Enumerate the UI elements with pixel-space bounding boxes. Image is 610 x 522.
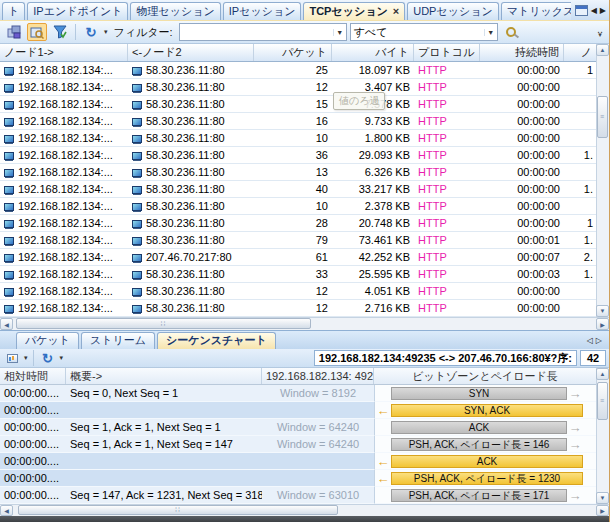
- detail-tab-nav-icons[interactable]: ◁▷: [587, 336, 605, 345]
- filter-input[interactable]: [180, 26, 333, 38]
- session-row[interactable]: 192.168.182.134:...58.30.236.11:802518.0…: [0, 62, 609, 79]
- view-tab-0[interactable]: ト: [2, 2, 25, 20]
- window-restore-icon[interactable]: [575, 5, 588, 16]
- view-tab-4[interactable]: TCPセッション×: [303, 2, 405, 20]
- session-row[interactable]: 192.168.182.134:...58.30.236.11:80169.73…: [0, 113, 609, 130]
- session-vertical-scrollbar[interactable]: ▲ ▼ ≡: [596, 44, 609, 317]
- sequence-body: 00:00:00....Seq = 0, Next Seq = 1Window …: [0, 385, 609, 504]
- scroll-left-icon[interactable]: ◀: [0, 505, 13, 516]
- scope-dropdown-icon[interactable]: ▼: [484, 29, 497, 36]
- packet-detail-icon: [30, 25, 44, 39]
- extra-cell: [564, 198, 597, 215]
- detail-tab-0[interactable]: パケット: [16, 332, 79, 349]
- sequence-horizontal-scrollbar[interactable]: ◀ ▶ ⁞⁞: [0, 504, 609, 516]
- scrollbar-thumb[interactable]: ⁞⁞: [18, 505, 338, 515]
- packets-cell: 25: [254, 62, 332, 79]
- session-row[interactable]: 192.168.182.134:...58.30.236.11:80101.80…: [0, 130, 609, 147]
- tab-scroll-left-icon[interactable]: ◀: [591, 6, 597, 16]
- summary-cell: Seq = 1, Ack = 1, Next Seq = 147: [66, 436, 262, 453]
- seq-column-header-0[interactable]: 相対時間: [0, 368, 66, 384]
- detail-tab-1[interactable]: ストリーム: [81, 332, 155, 349]
- column-header-6[interactable]: ノ: [564, 44, 597, 61]
- sequence-row[interactable]: 00:00:00....Seq = 1, Ack = 1, Next Seq =…: [0, 419, 609, 436]
- view-tab-2[interactable]: 物理セッション: [130, 2, 220, 20]
- sequence-row[interactable]: 00:00:00....←ACK: [0, 453, 609, 470]
- column-header-0[interactable]: ノード1->: [0, 44, 128, 61]
- sequence-row[interactable]: 00:00:00....Seq = 0, Next Seq = 1Window …: [0, 385, 609, 402]
- column-header-3[interactable]: バイト: [332, 44, 414, 61]
- sequence-row[interactable]: 00:00:00....Seq = 147, Ack = 1231, Next …: [0, 487, 609, 504]
- session-row[interactable]: 192.168.182.134:...207.46.70.217:806142.…: [0, 249, 609, 266]
- refresh-dropdown-icon[interactable]: ▾: [60, 354, 64, 362]
- session-row[interactable]: 192.168.182.134:...58.30.236.11:80122.71…: [0, 300, 609, 317]
- scroll-down-icon[interactable]: ▼: [596, 305, 609, 317]
- seq-column-header-2[interactable]: 192.168.182.134: 492...: [262, 368, 374, 384]
- chart-options-button[interactable]: [3, 351, 21, 366]
- session-row[interactable]: 192.168.182.134:...58.30.236.11:80157.57…: [0, 96, 609, 113]
- column-header-2[interactable]: パケット: [254, 44, 332, 61]
- packet-detail-button[interactable]: [27, 23, 47, 41]
- scrollbar-thumb[interactable]: ⁞⁞: [16, 318, 311, 329]
- refresh-button[interactable]: ↻: [39, 351, 57, 366]
- session-row[interactable]: 192.168.182.134:...58.30.236.11:804033.2…: [0, 181, 609, 198]
- scroll-right-icon[interactable]: ▶: [596, 505, 609, 516]
- tab-scroll-right-icon[interactable]: ▶: [600, 6, 606, 16]
- sequence-vertical-scrollbar[interactable]: ▲ ▼ ≡: [596, 368, 609, 504]
- sequence-row[interactable]: 00:00:00....←SYN, ACK: [0, 402, 609, 419]
- column-header-5[interactable]: 持続時間: [480, 44, 564, 61]
- view-tab-5[interactable]: UDPセッション: [407, 2, 499, 20]
- sequence-row[interactable]: 00:00:00....Seq = 1, Ack = 1, Next Seq =…: [0, 436, 609, 453]
- packets-cell: 79: [254, 232, 332, 249]
- seq-column-header-3[interactable]: ビットゾーンとペイロード長: [374, 368, 597, 384]
- search-button[interactable]: [501, 23, 521, 41]
- view-tab-label: IPセッション: [229, 5, 296, 17]
- close-tab-icon[interactable]: ×: [393, 5, 399, 17]
- host-icon: [4, 118, 14, 126]
- duration-cell: 00:00:07: [480, 249, 564, 266]
- protocol-cell: HTTP: [414, 79, 480, 96]
- refresh-dropdown-icon[interactable]: ▾: [104, 28, 108, 36]
- export-button[interactable]: [4, 23, 24, 41]
- column-header-4[interactable]: プロトコル: [414, 44, 480, 61]
- filter-button[interactable]: [50, 23, 70, 41]
- scroll-up-icon[interactable]: ▲: [596, 44, 609, 56]
- view-tab-3[interactable]: IPセッション: [223, 2, 302, 20]
- sequence-row[interactable]: 00:00:00....←PSH, ACK, ペイロード長 = 1230: [0, 470, 609, 487]
- relative-time-cell: 00:00:00....: [0, 419, 66, 436]
- detail-tab-2[interactable]: シーケンスチャート: [157, 332, 276, 349]
- filter-dropdown-icon[interactable]: ▼: [333, 29, 346, 36]
- session-row[interactable]: 192.168.182.134:...58.30.236.11:80123.40…: [0, 79, 609, 96]
- node1-cell: 192.168.182.134:...: [0, 283, 128, 300]
- column-header-1[interactable]: <-ノード2: [128, 44, 254, 61]
- session-row[interactable]: 192.168.182.134:...58.30.236.11:802820.7…: [0, 215, 609, 232]
- toolbar-overflow-button[interactable]: ..▾: [597, 26, 605, 38]
- session-row[interactable]: 192.168.182.134:...58.30.236.11:803629.0…: [0, 147, 609, 164]
- search-icon: [506, 27, 516, 37]
- scrollbar-thumb[interactable]: ≡: [597, 96, 608, 138]
- session-row[interactable]: 192.168.182.134:...58.30.236.11:807973.4…: [0, 232, 609, 249]
- scroll-left-icon[interactable]: ◀: [0, 318, 13, 330]
- tcp-flag-bar: ACK: [391, 455, 583, 468]
- relative-time-cell: 00:00:00....: [0, 436, 66, 453]
- seq-column-header-1[interactable]: 概要->: [66, 368, 262, 384]
- session-row[interactable]: 192.168.182.134:...58.30.236.11:80124.05…: [0, 283, 609, 300]
- scroll-down-icon[interactable]: ▼: [596, 492, 609, 504]
- host-icon: [132, 84, 142, 92]
- session-horizontal-scrollbar[interactable]: ◀ ▶ ⁞⁞: [0, 317, 609, 330]
- chart-options-dropdown-icon[interactable]: ▾: [24, 354, 28, 362]
- node2-cell: 58.30.236.11:80: [128, 198, 254, 215]
- view-tab-1[interactable]: IPエンドポイント: [27, 2, 128, 20]
- session-row[interactable]: 192.168.182.134:...58.30.236.11:80136.32…: [0, 164, 609, 181]
- scope-combobox[interactable]: すべて ▼: [350, 23, 498, 41]
- session-row[interactable]: 192.168.182.134:...58.30.236.11:80102.37…: [0, 198, 609, 215]
- session-row[interactable]: 192.168.182.134:...58.30.236.11:803325.5…: [0, 266, 609, 283]
- view-tab-6[interactable]: マトリックス: [501, 2, 581, 20]
- bytes-cell: 33.217 KB: [332, 181, 414, 198]
- refresh-button[interactable]: ↻: [81, 23, 101, 41]
- scrollbar-thumb[interactable]: ≡: [597, 382, 608, 420]
- scroll-right-icon[interactable]: ▶: [596, 318, 609, 330]
- scroll-up-icon[interactable]: ▲: [596, 368, 609, 380]
- detail-tabs: パケットストリームシーケンスチャート: [16, 332, 278, 349]
- flags-bar-cell: ←SYN, ACK: [374, 402, 597, 419]
- window-bottom-edge: [0, 516, 609, 522]
